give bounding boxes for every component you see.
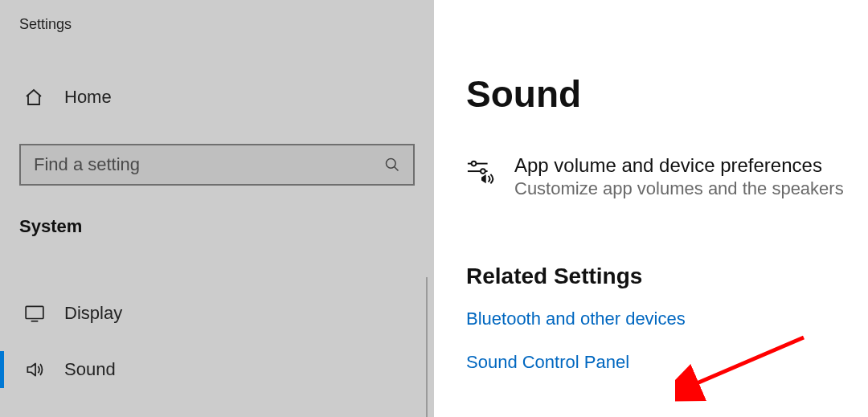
sidebar: Settings Home System Display <box>0 0 434 417</box>
sidebar-divider <box>426 277 428 417</box>
pref-subtitle: Customize app volumes and the speakers <box>514 178 844 199</box>
svg-line-1 <box>395 167 399 171</box>
svg-rect-2 <box>26 306 43 318</box>
sidebar-item-label: Sound <box>64 359 116 380</box>
sidebar-home[interactable]: Home <box>0 81 434 113</box>
home-icon <box>24 88 43 107</box>
sidebar-item-label: Display <box>64 303 122 324</box>
related-settings-heading: Related Settings <box>466 264 868 289</box>
search-input[interactable] <box>34 154 384 175</box>
sidebar-category-heading: System <box>0 216 434 237</box>
pref-title: App volume and device preferences <box>514 154 844 177</box>
link-bluetooth-devices[interactable]: Bluetooth and other devices <box>466 309 868 329</box>
sliders-icon <box>466 157 497 188</box>
sidebar-home-label: Home <box>64 87 112 108</box>
sound-icon <box>24 359 45 380</box>
sidebar-item-display[interactable]: Display <box>0 285 434 341</box>
display-icon <box>24 303 45 324</box>
link-sound-control-panel[interactable]: Sound Control Panel <box>466 352 868 373</box>
search-box[interactable] <box>19 144 415 186</box>
sidebar-item-sound[interactable]: Sound <box>0 341 434 398</box>
search-icon <box>384 157 400 173</box>
svg-point-7 <box>481 169 485 174</box>
app-title: Settings <box>0 16 434 33</box>
page-title: Sound <box>466 72 868 116</box>
main-panel: Sound App volume and device preferences … <box>434 0 868 417</box>
svg-point-0 <box>387 159 396 169</box>
svg-point-5 <box>472 161 477 166</box>
app-volume-preferences[interactable]: App volume and device preferences Custom… <box>466 154 868 199</box>
